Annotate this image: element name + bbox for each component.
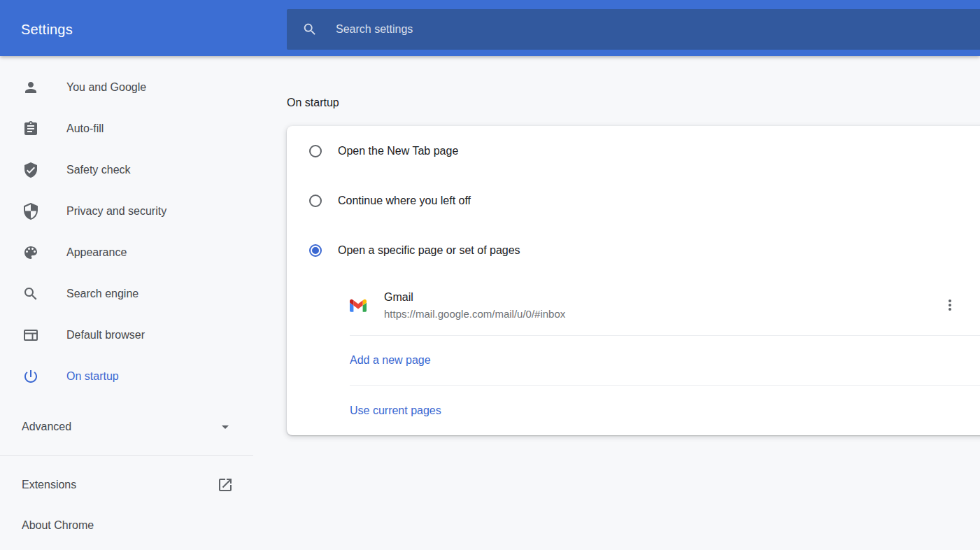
gmail-icon bbox=[350, 299, 367, 312]
settings-header: Settings bbox=[0, 0, 980, 56]
use-current-pages-row: Use current pages bbox=[287, 386, 980, 435]
search-input[interactable] bbox=[334, 22, 809, 36]
sidebar-item-advanced[interactable]: Advanced bbox=[0, 406, 253, 447]
sidebar-divider bbox=[0, 455, 253, 456]
radio-option-open-new-tab[interactable]: Open the New Tab page bbox=[287, 126, 980, 176]
magnifier-icon bbox=[22, 285, 39, 302]
search-icon bbox=[302, 22, 318, 37]
open-in-new-icon bbox=[217, 477, 234, 493]
advanced-label: Advanced bbox=[22, 421, 71, 433]
sidebar-item-label: Auto-fill bbox=[66, 122, 104, 135]
sidebar-item-label: Default browser bbox=[66, 329, 145, 341]
sidebar-item-you-and-google[interactable]: You and Google bbox=[0, 66, 253, 108]
extensions-label: Extensions bbox=[22, 479, 76, 491]
about-chrome-label: About Chrome bbox=[22, 519, 94, 532]
sidebar-item-label: Privacy and security bbox=[66, 205, 166, 218]
person-icon bbox=[22, 79, 39, 96]
sidebar-item-appearance[interactable]: Appearance bbox=[0, 232, 253, 273]
radio-option-open-specific-pages[interactable]: Open a specific page or set of pages bbox=[287, 225, 980, 275]
on-startup-card: Open the New Tab page Continue where you… bbox=[287, 126, 980, 435]
radio-option-continue-left-off[interactable]: Continue where you left off bbox=[287, 176, 980, 225]
page-title: Settings bbox=[21, 0, 73, 59]
sidebar-item-default-browser[interactable]: Default browser bbox=[0, 314, 253, 355]
option-label: Open the New Tab page bbox=[338, 145, 458, 157]
sidebar-item-label: You and Google bbox=[66, 81, 146, 94]
radio-button[interactable] bbox=[309, 145, 322, 157]
radio-button[interactable] bbox=[309, 244, 322, 257]
chevron-down-icon bbox=[217, 418, 234, 435]
palette-icon bbox=[22, 244, 39, 261]
sidebar-item-autofill[interactable]: Auto-fill bbox=[0, 108, 253, 149]
main-content: On startup Open the New Tab page Continu… bbox=[253, 56, 980, 550]
sidebar-item-about-chrome[interactable]: About Chrome bbox=[0, 505, 253, 546]
section-title: On startup bbox=[287, 94, 339, 112]
power-icon bbox=[22, 368, 39, 385]
sidebar-item-safety-check[interactable]: Safety check bbox=[0, 149, 253, 190]
page-name: Gmail bbox=[384, 291, 565, 304]
settings-sidebar: You and Google Auto-fill Safety check Pr… bbox=[0, 56, 253, 550]
more-vert-icon bbox=[942, 297, 958, 313]
option-label: Open a specific page or set of pages bbox=[338, 244, 520, 257]
browser-window-icon bbox=[22, 327, 39, 344]
radio-button[interactable] bbox=[309, 195, 322, 207]
clipboard-icon bbox=[22, 120, 39, 137]
use-current-pages-link[interactable]: Use current pages bbox=[350, 404, 441, 417]
sidebar-item-on-startup[interactable]: On startup bbox=[0, 355, 253, 397]
add-new-page-row: Add a new page bbox=[287, 336, 980, 385]
sidebar-item-privacy-security[interactable]: Privacy and security bbox=[0, 190, 253, 232]
page-url: https://mail.google.com/mail/u/0/#inbox bbox=[384, 308, 565, 320]
startup-page-row: Gmail https://mail.google.com/mail/u/0/#… bbox=[287, 275, 980, 335]
sidebar-item-label: Safety check bbox=[66, 164, 131, 176]
sidebar-item-label: Search engine bbox=[66, 288, 139, 300]
search-settings-box[interactable] bbox=[287, 9, 980, 50]
sidebar-item-label: On startup bbox=[66, 370, 119, 383]
sidebar-item-extensions[interactable]: Extensions bbox=[0, 465, 253, 505]
sidebar-item-label: Appearance bbox=[66, 246, 127, 259]
shield-quarters-icon bbox=[22, 203, 39, 220]
more-actions-button[interactable] bbox=[940, 295, 960, 315]
shield-check-icon bbox=[22, 162, 39, 178]
option-label: Continue where you left off bbox=[338, 195, 471, 207]
page-info: Gmail https://mail.google.com/mail/u/0/#… bbox=[384, 291, 565, 320]
sidebar-item-search-engine[interactable]: Search engine bbox=[0, 273, 253, 314]
add-new-page-link[interactable]: Add a new page bbox=[350, 354, 431, 367]
